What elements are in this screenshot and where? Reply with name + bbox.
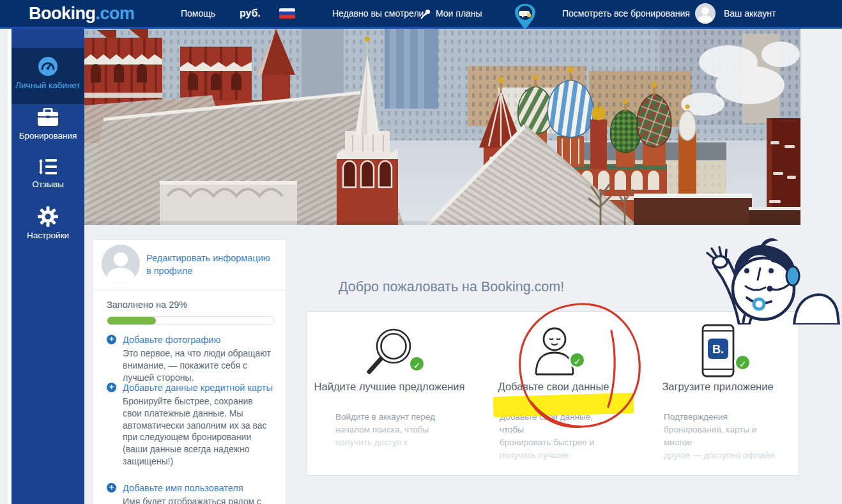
nav-account-label: Ваш аккаунт xyxy=(724,8,776,19)
plus-icon: + xyxy=(107,383,116,392)
hero-image-moscow-red-square xyxy=(84,29,800,225)
left-sidebar: Личный кабинет Бронирования Отзывы xyxy=(11,29,84,504)
phone-app-icon: B. xyxy=(636,322,800,383)
person-icon xyxy=(471,322,636,383)
nav-my-plans-label: Мои планы xyxy=(436,8,482,19)
plus-icon: + xyxy=(107,483,116,493)
profile-avatar[interactable] xyxy=(102,245,140,283)
sidebar-item-label: Отзывы xyxy=(11,179,84,190)
suitcase-icon xyxy=(36,108,59,127)
welcome-column-find-deals[interactable]: ✓ Найдите лучшие предложения Войдите в а… xyxy=(307,312,471,475)
nav-account[interactable]: Ваш аккаунт xyxy=(695,0,776,27)
sidebar-item-dashboard[interactable]: Личный кабинет xyxy=(11,48,84,104)
pushpin-icon xyxy=(420,8,431,19)
welcome-column-description: Добавьте свои данные, чтобы бронировать … xyxy=(500,411,618,462)
nav-my-plans[interactable]: Мои планы xyxy=(420,0,482,27)
completeness-progress-bar xyxy=(107,316,275,325)
sidebar-item-bookings[interactable]: Бронирования xyxy=(11,108,84,141)
check-badge-icon: ✓ xyxy=(408,355,425,372)
checklist-item-title[interactable]: Добавьте данные кредитной карты xyxy=(123,382,274,393)
checklist-item-title[interactable]: Добавьте имя пользователя xyxy=(123,482,274,494)
nav-recently-viewed[interactable]: Недавно вы смотрели xyxy=(332,0,424,27)
completeness-label: Заполнено на 29% xyxy=(107,300,187,310)
magnifier-icon xyxy=(307,322,471,383)
checklist-item-username: + Добавьте имя пользователя Имя будет от… xyxy=(107,482,274,504)
support-mascot-character xyxy=(706,230,841,325)
top-navbar: Booking.com Помощь руб. Недавно вы смотр… xyxy=(0,0,842,29)
sidebar-item-settings[interactable]: Настройки xyxy=(11,206,84,241)
app-badge-letter: B. xyxy=(712,343,724,356)
booking-logo[interactable]: Booking.com xyxy=(29,0,135,27)
welcome-card: ✓ Найдите лучшие предложения Войдите в а… xyxy=(307,311,799,476)
welcome-column-add-details[interactable]: ✓ Добавьте свои данные Добавьте свои дан… xyxy=(471,312,636,475)
welcome-heading: Добро пожаловать на Booking.com! xyxy=(339,279,564,295)
nav-currency-selector[interactable]: руб. xyxy=(240,0,261,27)
plus-icon: + xyxy=(107,335,116,344)
russian-flag-icon[interactable] xyxy=(279,8,295,19)
sidebar-item-reviews[interactable]: Отзывы xyxy=(11,158,84,190)
completeness-progress-fill xyxy=(107,317,156,325)
welcome-column-title[interactable]: Загрузите приложение xyxy=(636,381,800,393)
reviews-list-icon xyxy=(38,158,58,176)
logo-text-booking: Booking xyxy=(29,4,96,24)
checklist-item-description: Бронируйте быстрее, сохранив свои платеж… xyxy=(123,395,274,468)
checklist-item-description: Это первое, на что люди обращают внимани… xyxy=(123,347,274,383)
logo-text-com: .com xyxy=(96,4,135,24)
dashboard-gauge-icon xyxy=(38,56,58,77)
profile-completeness-section: Заполнено на 29% + Добавьте фотографию Э… xyxy=(93,290,286,291)
welcome-column-title[interactable]: Добавьте свои данные xyxy=(471,381,636,393)
welcome-column-title[interactable]: Найдите лучшие предложения xyxy=(307,381,471,393)
checklist-item-photo: + Добавьте фотографию Это первое, на что… xyxy=(107,334,274,383)
sidebar-item-label: Бронирования xyxy=(11,131,84,141)
welcome-column-description: Подтверждения бронирований, карты и мног… xyxy=(664,411,782,462)
check-badge-icon: ✓ xyxy=(734,354,751,371)
edit-profile-link[interactable]: Редактировать информацию в профиле xyxy=(146,252,274,277)
welcome-column-download-app[interactable]: B. ✓ Загрузите приложение Подтверждения … xyxy=(636,312,800,475)
booking-account-page: Booking.com Помощь руб. Недавно вы смотр… xyxy=(0,0,842,504)
checklist-item-description: Имя будет отображаться рядом с xyxy=(123,496,274,504)
sidebar-item-label: Личный кабинет xyxy=(11,80,84,91)
check-badge-icon: ✓ xyxy=(569,351,586,369)
messages-pin-icon[interactable] xyxy=(513,3,537,33)
nav-help-link[interactable]: Помощь xyxy=(181,0,215,27)
profile-card: Редактировать информацию в профиле Запол… xyxy=(93,240,286,504)
checklist-item-title[interactable]: Добавьте фотографию xyxy=(123,334,274,346)
nav-view-all-bookings[interactable]: Посмотреть все бронирования xyxy=(562,0,690,27)
sidebar-item-label: Настройки xyxy=(11,231,84,241)
gear-icon xyxy=(38,206,58,227)
welcome-column-description: Войдите в аккаунт перед началом поиска, … xyxy=(335,411,454,449)
checklist-item-credit-card: + Добавьте данные кредитной карты Бронир… xyxy=(107,382,274,468)
account-avatar xyxy=(695,3,716,24)
